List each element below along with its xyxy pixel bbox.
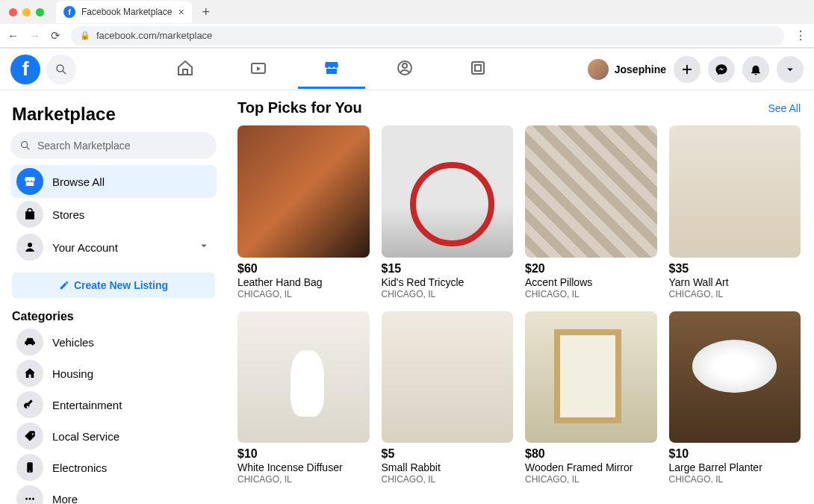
listing-card[interactable]: $10 White Incense Diffuser Chicago, IL: [237, 311, 370, 485]
bag-icon: [16, 201, 43, 228]
maximize-window-icon[interactable]: [36, 8, 44, 16]
listing-title: Small Rabbit: [382, 461, 514, 473]
listing-card[interactable]: $15 Kid's Red Tricycle Chicago, IL: [382, 125, 514, 299]
messenger-button[interactable]: [708, 56, 735, 83]
listing-card[interactable]: $20 Accent Pillows Chicago, IL: [525, 125, 657, 299]
sidebar: Marketplace Search Marketplace Browse Al…: [0, 90, 224, 504]
category-label: Entertainment: [52, 399, 122, 411]
listing-location: Chicago, IL: [525, 474, 657, 485]
listing-card[interactable]: $35 Yarn Wall Art Chicago, IL: [669, 125, 801, 299]
listing-thumbnail: [382, 125, 514, 258]
minimize-window-icon[interactable]: [22, 8, 31, 16]
category-electronics[interactable]: Electronics: [10, 452, 217, 483]
browser-toolbar: ← → ⟳ 🔒 facebook.com/marketplace ⋮: [0, 24, 814, 48]
close-window-icon[interactable]: [9, 8, 17, 16]
svg-point-12: [25, 498, 28, 500]
tag-icon: [16, 423, 43, 449]
listing-thumbnail: [525, 311, 657, 444]
search-icon: [19, 140, 31, 152]
facebook-favicon-icon: f: [63, 6, 75, 18]
categories-heading: Categories: [12, 310, 215, 323]
svg-point-11: [29, 470, 31, 472]
header-search-button[interactable]: [46, 55, 76, 84]
plus-icon: [680, 63, 694, 76]
sidebar-item-your-account[interactable]: Your Account: [10, 231, 217, 264]
listing-card[interactable]: $10 Large Barrel Planter Chicago, IL: [669, 311, 801, 485]
listing-card[interactable]: $5 Small Rabbit Chicago, IL: [382, 311, 514, 485]
create-menu-button[interactable]: [674, 56, 700, 83]
browser-chrome: f Facebook Marketplace × + ← → ⟳ 🔒 faceb…: [0, 0, 814, 49]
svg-point-14: [32, 498, 34, 500]
category-more[interactable]: More: [10, 483, 217, 504]
sidebar-item-stores[interactable]: Stores: [10, 198, 217, 231]
sidebar-item-label: Browse All: [52, 175, 105, 188]
forward-button[interactable]: →: [29, 29, 40, 42]
category-entertainment[interactable]: Entertainment: [10, 389, 217, 420]
listing-price: $60: [237, 262, 370, 276]
profile-chip[interactable]: Josephine: [588, 59, 666, 80]
listing-thumbnail: [237, 125, 370, 258]
listing-card[interactable]: $80 Wooden Framed Mirror Chicago, IL: [525, 311, 657, 485]
listing-title: Yarn Wall Art: [669, 276, 801, 288]
more-icon: [16, 485, 43, 504]
listing-price: $20: [525, 262, 657, 276]
back-button[interactable]: ←: [7, 29, 19, 42]
listing-title: Accent Pillows: [525, 276, 657, 288]
listing-price: $10: [237, 447, 370, 461]
listings-grid: $60 Leather Hand Bag Chicago, IL $15 Kid…: [237, 125, 801, 485]
svg-line-8: [27, 147, 29, 149]
reload-button[interactable]: ⟳: [51, 29, 60, 43]
sidebar-item-label: Stores: [52, 208, 84, 221]
close-tab-icon[interactable]: ×: [178, 6, 184, 18]
nav-groups[interactable]: [371, 50, 438, 89]
new-tab-button[interactable]: +: [198, 4, 215, 20]
create-listing-button[interactable]: Create New Listing: [12, 273, 215, 298]
nav-watch[interactable]: [225, 50, 292, 89]
listing-price: $15: [382, 262, 514, 276]
create-listing-label: Create New Listing: [74, 279, 168, 291]
messenger-icon: [715, 63, 728, 76]
search-icon: [55, 63, 68, 76]
store-icon: [323, 59, 341, 77]
listing-location: Chicago, IL: [382, 474, 514, 485]
right-nav: Josephine: [588, 56, 804, 83]
listing-thumbnail: [237, 311, 370, 444]
center-nav: [152, 50, 512, 89]
address-bar[interactable]: 🔒 facebook.com/marketplace: [71, 26, 784, 46]
notifications-button[interactable]: [742, 56, 769, 83]
listing-location: Chicago, IL: [382, 289, 514, 299]
category-local-service[interactable]: Local Service: [10, 420, 217, 452]
sidebar-search[interactable]: Search Marketplace: [10, 132, 217, 159]
listing-location: Chicago, IL: [237, 289, 370, 299]
sidebar-item-browse-all[interactable]: Browse All: [10, 165, 217, 198]
main-header: Top Picks for You See All: [237, 99, 801, 116]
listing-thumbnail: [669, 125, 801, 258]
nav-gaming[interactable]: [444, 50, 512, 89]
browser-menu-icon[interactable]: ⋮: [795, 28, 807, 43]
category-vehicles[interactable]: Vehicles: [10, 326, 217, 358]
account-menu-button[interactable]: [777, 56, 804, 83]
url-text: facebook.com/marketplace: [96, 30, 212, 41]
category-label: Electronics: [52, 461, 107, 474]
listing-card[interactable]: $60 Leather Hand Bag Chicago, IL: [237, 125, 370, 299]
listing-title: White Incense Diffuser: [237, 461, 370, 473]
nav-home[interactable]: [152, 50, 219, 89]
listing-title: Large Barrel Planter: [669, 461, 801, 473]
watch-icon: [249, 59, 267, 77]
window-controls[interactable]: [6, 8, 44, 16]
browser-tab[interactable]: f Facebook Marketplace ×: [56, 1, 192, 23]
svg-rect-5: [472, 62, 484, 74]
category-label: Vehicles: [52, 336, 94, 349]
category-housing[interactable]: Housing: [10, 358, 217, 389]
store-icon: [16, 168, 43, 195]
svg-point-9: [28, 243, 32, 247]
facebook-logo-icon[interactable]: f: [10, 55, 40, 84]
sidebar-title: Marketplace: [12, 104, 215, 125]
listing-location: Chicago, IL: [669, 474, 801, 485]
nav-marketplace[interactable]: [298, 50, 365, 89]
see-all-link[interactable]: See All: [768, 102, 801, 114]
tab-title: Facebook Marketplace: [81, 7, 172, 17]
listing-location: Chicago, IL: [669, 289, 801, 299]
category-label: Housing: [52, 367, 93, 380]
sidebar-item-label: Your Account: [52, 241, 118, 254]
